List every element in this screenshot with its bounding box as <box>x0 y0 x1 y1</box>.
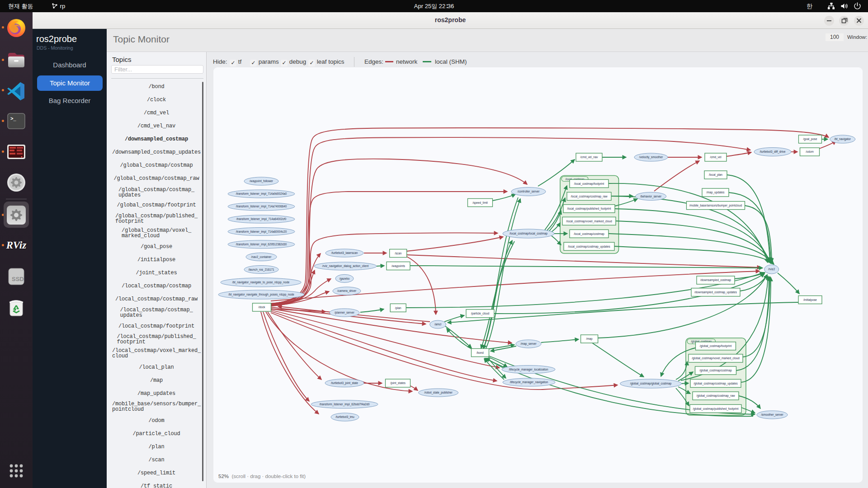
svg-text:/transform_listener_impl_62951: /transform_listener_impl_629512382d30 <box>236 243 287 246</box>
svg-text:/joint_states: /joint_states <box>390 381 406 385</box>
svg-text:/robot_state_publisher: /robot_state_publisher <box>424 391 452 394</box>
svg-text:/local_costmap/costmap_updates: /local_costmap/costmap_updates <box>568 245 610 249</box>
svg-text:/mobile_base/sensors/bumper_po: /mobile_base/sensors/bumper_pointcloud <box>689 204 742 207</box>
svg-text:/bond: /bond <box>476 351 484 354</box>
svg-text:/plan: /plan <box>395 306 401 310</box>
svg-text:/map: /map <box>586 337 593 341</box>
svg-text:/local_costmap/costmap_raw: /local_costmap/costmap_raw <box>571 195 608 198</box>
svg-text:/dock: /dock <box>258 305 265 309</box>
svg-text:/rviz2: /rviz2 <box>768 267 775 271</box>
svg-text:/particle_cloud: /particle_cloud <box>471 312 490 315</box>
svg-text:/launch_ros_216171: /launch_ros_216171 <box>248 268 274 272</box>
svg-text:/transform_listener_impl_714a9: /transform_listener_impl_714a9d0024a0 <box>236 192 287 196</box>
svg-text:/local_costmap/costmap: /local_costmap/costmap <box>574 232 604 236</box>
svg-text:/velocity_smoother: /velocity_smoother <box>639 155 663 159</box>
svg-text:/transform_listener_impl_714a6: /transform_listener_impl_714a64002cf0 <box>236 217 287 221</box>
svg-text:/initialpose: /initialpose <box>803 298 817 302</box>
svg-text:/bt_navigator: /bt_navigator <box>834 137 850 141</box>
svg-text:/global_costmap/footprint: /global_costmap/footprint <box>700 344 732 348</box>
svg-text:/goal_pose: /goal_pose <box>803 137 817 141</box>
svg-text:/global_costmap/published_foot: /global_costmap/published_footprint <box>693 407 739 411</box>
svg-text:/local_plan: /local_plan <box>709 173 723 177</box>
svg-text:/lifecycle_manager_navigation: /lifecycle_manager_navigation <box>510 380 548 384</box>
svg-text:/downsampled_costmap: /downsampled_costmap <box>700 278 731 282</box>
svg-text:/global_costmap/global_costmap: /global_costmap/global_costmap <box>630 382 672 385</box>
svg-text:/amcl: /amcl <box>434 323 441 326</box>
svg-text:/bt_navigator_navigate_through: /bt_navigator_navigate_through_poses_rdc… <box>228 293 294 296</box>
svg-text:/smoother_server: /smoother_server <box>761 413 783 417</box>
svg-text:/lifecycle_manager_localizatio: /lifecycle_manager_localization <box>509 368 548 371</box>
svg-text:/planner_server: /planner_server <box>335 311 354 314</box>
svg-text:SSD: SSD <box>12 276 24 282</box>
svg-text:/local_costmap/voxel_marked_cl: /local_costmap/voxel_marked_cloud <box>566 220 612 223</box>
svg-text:>_: >_ <box>10 116 16 121</box>
svg-text:/local_costmap/footprint: /local_costmap/footprint <box>574 182 604 186</box>
svg-text:/global_costmap/voxel_marked_c: /global_costmap/voxel_marked_cloud <box>692 357 740 360</box>
svg-text:/camera_driver: /camera_driver <box>337 289 356 293</box>
svg-text:/nav2_container: /nav2_container <box>251 255 272 259</box>
svg-text:/scan: /scan <box>395 252 402 255</box>
svg-text:/gazebo: /gazebo <box>340 277 350 281</box>
svg-text:/waypoint_follower: /waypoint_follower <box>250 179 273 183</box>
svg-text:/cmd_vel: /cmd_vel <box>710 155 721 159</box>
svg-text:/global_costmap/costmap: /global_costmap/costmap <box>699 369 732 372</box>
svg-text:/waypoints: /waypoints <box>392 264 405 268</box>
svg-text:/rviz_navigation_dialog_action: /rviz_navigation_dialog_action_client <box>322 264 369 268</box>
svg-text:/transform_listener_impl_714a7: /transform_listener_impl_714a74006640 <box>236 205 287 208</box>
svg-text:/controller_server: /controller_server <box>518 190 540 193</box>
svg-text:/odom: /odom <box>806 150 814 153</box>
svg-text:/turtlebot3_diff_drive: /turtlebot3_diff_drive <box>760 150 786 154</box>
svg-text:/speed_limit: /speed_limit <box>472 201 488 205</box>
svg-text:/cmd_vel_nav: /cmd_vel_nav <box>580 155 599 159</box>
svg-text:/map_server: /map_server <box>521 342 537 346</box>
svg-text:/transform_listener_impl_62bdd: /transform_listener_impl_62bdd7f4a2d0 <box>320 403 370 406</box>
svg-text:/turtlebot3_laserscan: /turtlebot3_laserscan <box>331 251 358 255</box>
svg-text:/downsampled_costmap_updates: /downsampled_costmap_updates <box>694 291 737 294</box>
svg-text:/global_costmap/costmap_raw: /global_costmap/costmap_raw <box>696 394 735 398</box>
svg-text:/global_costmap/costmap_update: /global_costmap/costmap_updates <box>693 382 737 385</box>
svg-text:/turtlebot3_joint_state: /turtlebot3_joint_state <box>331 381 359 385</box>
svg-text:/behavior_server: /behavior_server <box>640 195 661 198</box>
svg-text:/bt_navigator_navigate_to_pose: /bt_navigator_navigate_to_pose_rdcpp_nod… <box>232 281 290 284</box>
svg-text:/turtlebot3_imu: /turtlebot3_imu <box>335 415 354 419</box>
svg-text:/transform_listener_impl_714a6: /transform_listener_impl_714a60004c20 <box>236 230 287 234</box>
svg-text:/map_updates: /map_updates <box>707 191 725 194</box>
svg-text:/local_costmap/local_costmap: /local_costmap/local_costmap <box>509 232 547 235</box>
svg-text:/local_costmap/published_footp: /local_costmap/published_footprint <box>567 207 611 211</box>
